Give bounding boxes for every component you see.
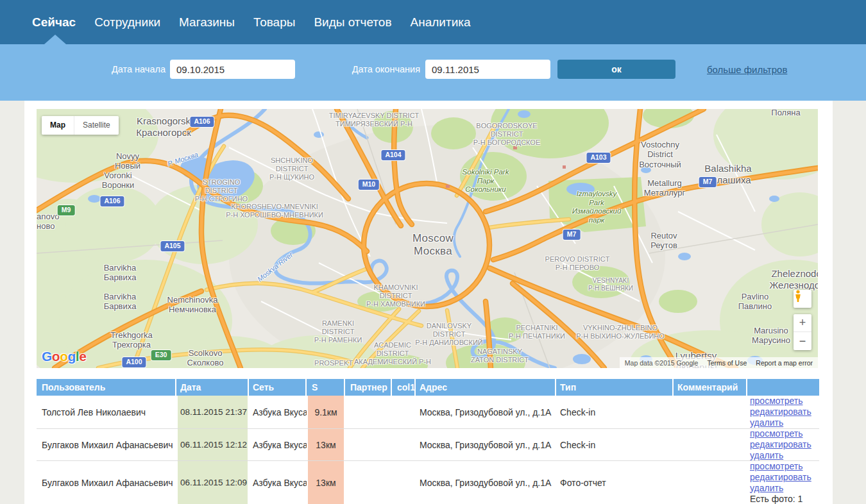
cell-actions: просмотретьредактироватьудалитьЕсть фото… (747, 461, 819, 504)
cell-date: 08.11.2015 21:37 (176, 396, 249, 428)
map-label: PavlinoПавлино (738, 292, 772, 312)
map-label: NAGATINSKYZATON DISTRICT (471, 348, 529, 364)
end-date-label: Дата окончания (352, 64, 420, 74)
column-header (747, 379, 819, 396)
map-labels: KrasnogorskКрасногорскNovyyНовыйVoronkiВ… (37, 109, 818, 368)
cell-address: Москва, Гризодубовой ул., д.1А (416, 396, 556, 428)
cell-net: Азбука Вкуса (249, 396, 307, 428)
road-shield: A106 (190, 117, 214, 127)
map-label: TIMIRYAZEVSKY DISTRICTТИМИРЯЗЕВСКИЙ Р-Н (329, 112, 420, 128)
google-logo[interactable]: Google (42, 349, 86, 364)
map-label: ZheleznodorozЖелезнодорож (769, 268, 818, 290)
nav-item[interactable]: Товары (253, 15, 295, 29)
more-filters-link[interactable]: больше фильтров (707, 64, 787, 75)
cell-user: Булгаков Михаил Афанасьевич (37, 461, 176, 504)
map-label: BarvikhaБарвиха (104, 263, 137, 283)
extra-info: Есть фото: 1 (750, 494, 802, 504)
action-link[interactable]: просмотреть (750, 461, 802, 472)
road-shield: M7 (563, 230, 581, 240)
column-header: Тип (556, 379, 674, 396)
cell-user: Толстой Лев Николаевич (37, 396, 176, 428)
terms-link[interactable]: Terms of Use (707, 359, 747, 367)
road-shield: A104 (381, 150, 405, 160)
column-header: S (307, 379, 345, 396)
road-shield: A106 (100, 196, 124, 206)
start-date-input[interactable] (170, 60, 295, 79)
road-shield: M7 (699, 177, 717, 187)
cell-comment (674, 461, 747, 504)
action-link[interactable]: просмотреть (750, 429, 802, 439)
cell-type: Фото-отчет (556, 461, 674, 504)
nav-item[interactable]: Сотрудники (94, 15, 160, 29)
ok-button[interactable]: ок (557, 60, 675, 79)
cell-net: Азбука Вкуса (249, 461, 307, 504)
road-shield: A103 (586, 153, 610, 163)
map-label: PECHATNIKIР-Н ПЕЧАТНИКИ (509, 324, 565, 340)
road-shield: A100 (122, 357, 146, 367)
map-label: MetallurgМеталлург (644, 178, 685, 198)
cell-col1 (392, 461, 416, 504)
cell-actions: просмотретьредактироватьудалить (747, 429, 819, 460)
pegman-button[interactable] (794, 290, 811, 308)
cell-s: 13км (307, 461, 345, 504)
report-error-link[interactable]: Report a map error (756, 359, 813, 367)
nav-items: СейчасСотрудникиМагазиныТоварыВиды отчет… (0, 0, 866, 44)
active-tab-notch (44, 35, 66, 44)
nav-item[interactable]: Сейчас (32, 15, 76, 29)
cell-col1 (392, 429, 416, 460)
cell-date: 06.11.2015 12:12 (176, 429, 249, 460)
map-label: Р. Москва (167, 151, 200, 169)
cell-user: Булгаков Михаил Афанасьевич (37, 429, 176, 460)
action-link[interactable]: просмотреть (750, 396, 802, 407)
map-label: PROSPEKT (314, 359, 353, 367)
map-button[interactable]: Map (42, 116, 74, 135)
action-link[interactable]: редактировать (750, 472, 811, 483)
map[interactable]: KrasnogorskКрасногорскNovyyНовыйVoronkiВ… (37, 109, 818, 368)
map-label: Поляна (771, 109, 800, 117)
map-label: KHAMOVNIKIDISTRICTР-Н ХАМОВНИКИ (366, 283, 425, 308)
map-label: TrekhgorkaТрехгорка (110, 330, 152, 350)
start-date-label: Дата начала (112, 64, 166, 74)
map-label: IzmaylovskyParkИзмайловскийпарк (572, 190, 622, 224)
road-shield: A105 (160, 241, 184, 251)
map-label: NemchinovkaНемчиновка (167, 295, 218, 315)
map-label: MoscowМосква (412, 232, 454, 258)
map-label: anovoново (37, 212, 59, 231)
table-row: Булгаков Михаил Афанасьевич06.11.2015 12… (37, 460, 819, 504)
cell-partner (345, 396, 392, 428)
map-label: ReutovРеутов (650, 231, 677, 251)
road-shield: M10 (359, 180, 379, 190)
filter-bar: Дата начала Дата окончания ок больше фил… (0, 44, 866, 101)
action-link[interactable]: редактировать (750, 407, 811, 417)
map-label: BOGORODSKOYEDISTRICTР-Н БОГОРОДСКОЕ (473, 122, 541, 147)
end-date-input[interactable] (425, 60, 550, 79)
map-label: VoronkiВоронки (102, 171, 135, 190)
column-header: Пользователь (37, 379, 176, 396)
action-link[interactable]: удалить (750, 483, 783, 494)
map-label: VESHNYAKIР-Н ВЕШНЯКИ (588, 277, 633, 292)
road-shield: E30 (151, 350, 171, 360)
map-label: ScolkovoСколково (187, 348, 224, 368)
action-link[interactable]: удалить (750, 417, 783, 428)
zoom-in-button[interactable]: + (794, 314, 811, 332)
nav-item[interactable]: Магазины (179, 15, 235, 29)
action-link[interactable]: редактировать (750, 439, 811, 450)
table-body: Толстой Лев Николаевич08.11.2015 21:37Аз… (37, 396, 819, 504)
column-header: Адрес (416, 379, 556, 396)
report-table: ПользовательДатаСетьSПартнерcol1АдресТип… (37, 379, 819, 504)
nav-item[interactable]: Аналитика (411, 15, 471, 29)
column-header: Дата (176, 379, 249, 396)
cell-col1 (392, 396, 416, 428)
zoom-out-button[interactable]: − (794, 332, 811, 350)
cell-partner (345, 461, 392, 504)
cell-address: Москва, Гризодубовой ул., д.1А (416, 461, 556, 504)
road-shield: M9 (58, 205, 75, 215)
satellite-button[interactable]: Satellite (74, 116, 119, 135)
nav-item[interactable]: Виды отчетов (314, 15, 391, 29)
column-header: Партнер (345, 379, 392, 396)
map-label: MarusinoМарусино (752, 326, 790, 346)
cell-net: Азбука Вкуса (249, 429, 307, 460)
cell-s: 13км (307, 429, 345, 460)
map-data-text: Map data ©2015 Google (625, 359, 699, 367)
action-link[interactable]: удалить (750, 450, 783, 460)
